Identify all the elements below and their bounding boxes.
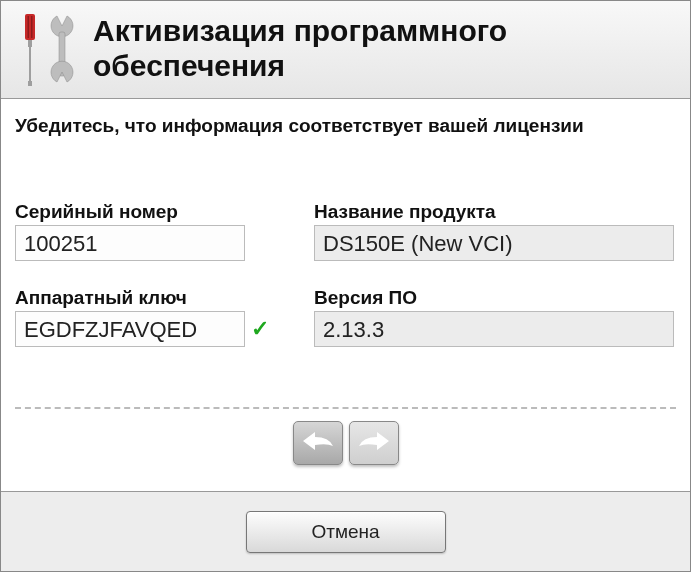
dialog-content: Убедитесь, что информация соответствует … [1, 99, 690, 491]
hwkey-input[interactable]: EGDFZJFAVQED [15, 311, 245, 347]
svg-rect-1 [28, 16, 30, 38]
hwkey-label: Аппаратный ключ [15, 287, 290, 309]
svg-rect-2 [31, 16, 33, 38]
serial-label: Серийный номер [15, 201, 290, 223]
hwkey-field: Аппаратный ключ EGDFZJFAVQED ✓ [15, 287, 290, 347]
version-label: Версия ПО [314, 287, 676, 309]
version-value: 2.13.3 [314, 311, 674, 347]
nav-row [15, 409, 676, 483]
checkmark-icon: ✓ [251, 316, 269, 342]
dialog-header: Активизация программного обеспечения [1, 1, 690, 99]
serial-input[interactable]: 100251 [15, 225, 245, 261]
back-button[interactable] [293, 421, 343, 465]
tools-icon [15, 10, 77, 88]
serial-field: Серийный номер 100251 [15, 201, 290, 261]
dialog-footer: Отмена [1, 491, 690, 571]
instruction-text: Убедитесь, что информация соответствует … [15, 115, 676, 137]
dialog-title: Активизация программного обеспечения [93, 14, 676, 83]
product-field: Название продукта DS150E (New VCI) [314, 201, 676, 261]
svg-rect-5 [28, 81, 32, 86]
arrow-right-icon [357, 430, 391, 456]
activation-dialog: Активизация программного обеспечения Убе… [0, 0, 691, 572]
svg-rect-3 [28, 40, 32, 47]
fields-grid: Серийный номер 100251 Название продукта … [15, 201, 676, 347]
product-value: DS150E (New VCI) [314, 225, 674, 261]
version-field: Версия ПО 2.13.3 [314, 287, 676, 347]
arrow-left-icon [301, 430, 335, 456]
svg-rect-4 [29, 47, 31, 81]
product-label: Название продукта [314, 201, 676, 223]
svg-rect-0 [25, 14, 35, 40]
cancel-button[interactable]: Отмена [246, 511, 446, 553]
next-button[interactable] [349, 421, 399, 465]
